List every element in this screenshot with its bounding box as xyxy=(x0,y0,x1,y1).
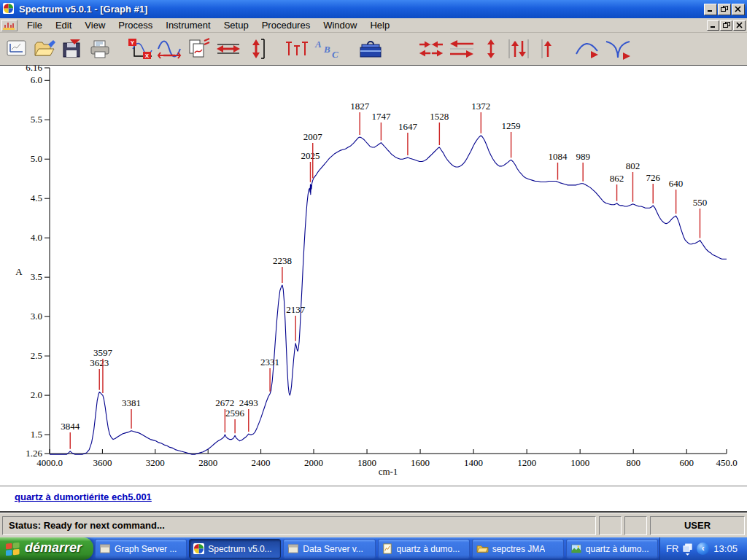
child-restore-button[interactable] xyxy=(720,20,732,31)
peak-label-2238: 2238 xyxy=(273,255,292,266)
text-label-button[interactable]: ABC xyxy=(312,34,344,63)
shrink-x-button[interactable] xyxy=(416,34,446,63)
toolbox-button[interactable] xyxy=(356,34,385,63)
taskbar-button-4[interactable]: quartz à dumo... xyxy=(378,539,470,559)
peak-label-1647: 1647 xyxy=(398,121,418,132)
swap-h-icon xyxy=(449,38,475,60)
child-close-button[interactable] xyxy=(733,20,746,31)
shrink-y-button[interactable] xyxy=(477,34,505,63)
y-tick-label-1.5: 1.5 xyxy=(31,429,42,440)
spectrum-icon xyxy=(193,543,204,554)
taskbar-button-label: quartz à dumo... xyxy=(586,544,649,554)
spectrum-file-link[interactable]: quartz à dumortiérite ech5.001 xyxy=(15,491,152,502)
arc-icon xyxy=(574,38,600,60)
menu-item-edit[interactable]: Edit xyxy=(49,18,78,33)
peak-label-3597: 3597 xyxy=(93,347,113,358)
new-graph-button[interactable] xyxy=(3,34,31,63)
taskbar-button-label: sepctres JMA xyxy=(492,544,546,554)
svg-text:B: B xyxy=(323,44,330,55)
peak-label-1084: 1084 xyxy=(548,151,568,162)
format-axes-button[interactable]: YX xyxy=(125,34,155,63)
restore-button[interactable] xyxy=(718,4,731,15)
minimize-button[interactable] xyxy=(704,4,717,15)
taskbar-button-6[interactable]: quartz à dumo... xyxy=(566,539,658,559)
window-icon xyxy=(287,544,299,553)
menu-item-setup[interactable]: Setup xyxy=(217,18,255,33)
start-button-label: démarrer xyxy=(25,540,82,556)
peak-label-2672: 2672 xyxy=(215,397,234,408)
start-button[interactable]: démarrer xyxy=(0,537,93,560)
y-tick-label-4.0: 4.0 xyxy=(31,232,42,243)
clock[interactable]: 13:05 xyxy=(713,543,738,554)
spectra-list-panel: quartz à dumortiérite ech5.001 xyxy=(0,486,747,513)
menu-item-help[interactable]: Help xyxy=(363,18,396,33)
y-tick-label-3.0: 3.0 xyxy=(31,311,42,322)
peak-label-3844: 3844 xyxy=(61,421,80,432)
peak-label-2007: 2007 xyxy=(303,131,323,142)
compare-spectra-button[interactable] xyxy=(184,34,213,63)
menu-item-window[interactable]: Window xyxy=(317,18,363,33)
language-indicator[interactable]: FR xyxy=(666,543,678,554)
menu-item-view[interactable]: View xyxy=(78,18,112,33)
save-button[interactable] xyxy=(58,34,86,63)
y-tick-label-5.0: 5.0 xyxy=(31,153,42,164)
peak-label-640: 640 xyxy=(669,178,684,189)
hide-icons-button[interactable]: ‹ xyxy=(697,542,709,555)
x-tick-label-3200: 3200 xyxy=(146,457,165,468)
menu-item-file[interactable]: File xyxy=(20,18,49,33)
taskbar-button-2[interactable]: Spectrum v5.0... xyxy=(189,539,281,559)
save-icon xyxy=(61,39,83,59)
x-tick-label-2000: 2000 xyxy=(304,457,323,468)
compress-h-icon xyxy=(418,38,444,60)
menu-bar: FileEditViewProcessInstrumentSetupProced… xyxy=(0,18,747,33)
x-tick-label-3600: 3600 xyxy=(93,457,112,468)
peak-mode-button[interactable] xyxy=(572,34,603,63)
valley-mode-button[interactable] xyxy=(603,34,633,63)
y-tick-label-2.5: 2.5 xyxy=(31,350,42,361)
peak-label-2025: 2025 xyxy=(301,150,320,161)
y-tick-label-6.16: 6.16 xyxy=(26,66,42,73)
taskbar-button-3[interactable]: Data Server v... xyxy=(283,539,375,559)
x-tick-label-2400: 2400 xyxy=(252,457,271,468)
svg-text:Y: Y xyxy=(131,39,135,46)
svg-text:C: C xyxy=(332,49,338,60)
xy-axes-icon: YX xyxy=(128,38,152,60)
folder-icon xyxy=(476,544,489,553)
y-tick-label-3.5: 3.5 xyxy=(31,271,42,282)
expand-up-button[interactable] xyxy=(533,34,560,63)
child-minimize-button[interactable] xyxy=(707,20,719,31)
x-tick-label-1800: 1800 xyxy=(357,457,376,468)
expand-x-button[interactable] xyxy=(213,34,244,63)
peak-label-1827: 1827 xyxy=(350,101,370,112)
toolbar: YXABC xyxy=(0,33,747,66)
title-bar: Spectrum v5.0.1 - [Graph #1] xyxy=(0,0,747,18)
y-axis-title: A xyxy=(15,266,23,277)
status-cell-empty-1 xyxy=(599,516,622,535)
h-expand-icon xyxy=(215,38,241,60)
expand-y-button[interactable] xyxy=(244,34,271,63)
peak-label-3623: 3623 xyxy=(90,357,109,368)
taskbar: démarrer Graph Server ...Spectrum v5.0..… xyxy=(0,537,747,560)
open-button[interactable] xyxy=(31,34,58,63)
peak-label-button[interactable] xyxy=(283,34,312,63)
tray-layout-icon[interactable] xyxy=(683,542,692,556)
peak-label-862: 862 xyxy=(610,173,624,184)
menu-item-process[interactable]: Process xyxy=(112,18,159,33)
taskbar-button-1[interactable]: Graph Server ... xyxy=(95,539,187,559)
full-x-range-button[interactable] xyxy=(446,34,477,63)
x-tick-label-1000: 1000 xyxy=(570,457,589,468)
x-tick-label-1400: 1400 xyxy=(464,457,483,468)
autoscale-curve-button[interactable] xyxy=(155,34,184,63)
graph-document-icon[interactable] xyxy=(1,20,18,31)
full-y-range-button[interactable] xyxy=(505,34,533,63)
open-folder-icon xyxy=(33,39,56,59)
menu-item-instrument[interactable]: Instrument xyxy=(159,18,217,33)
taskbar-button-5[interactable]: sepctres JMA xyxy=(472,539,564,559)
x-tick-label-2800: 2800 xyxy=(198,457,217,468)
print-button[interactable] xyxy=(86,34,114,63)
task-buttons: Graph Server ...Spectrum v5.0...Data Ser… xyxy=(93,537,659,560)
window-controls xyxy=(703,4,745,15)
menu-item-procedures[interactable]: Procedures xyxy=(255,18,317,33)
close-button[interactable] xyxy=(732,4,745,15)
peak-label-2596: 2596 xyxy=(225,408,245,419)
